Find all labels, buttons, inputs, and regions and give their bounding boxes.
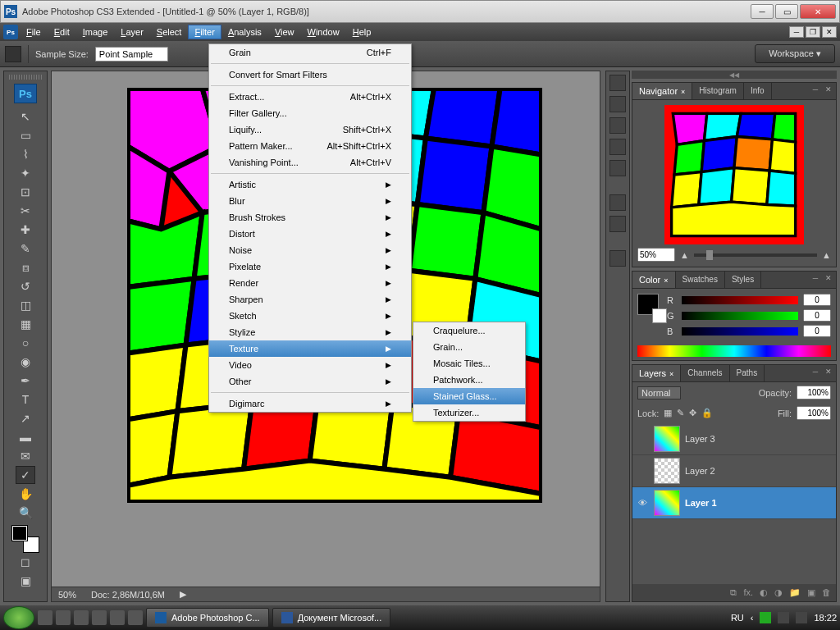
dock-icon[interactable] [609, 250, 626, 267]
new-layer-icon[interactable]: ▣ [807, 587, 815, 598]
texture-item-texturizer-[interactable]: Texturizer... [413, 404, 525, 421]
window-close-button[interactable]: ✕ [800, 4, 836, 19]
workspace-button[interactable]: Workspace ▾ [755, 44, 835, 63]
filter-item-artistic[interactable]: Artistic▶ [209, 176, 411, 193]
tab-color[interactable]: Color× [632, 272, 676, 288]
panel-minimize-icon[interactable]: ─ [810, 367, 821, 377]
filter-item-sharpen[interactable]: Sharpen▶ [209, 291, 411, 308]
language-indicator[interactable]: RU [731, 613, 744, 623]
menu-help[interactable]: Help [346, 25, 378, 39]
wand-tool[interactable]: ✦ [16, 164, 35, 182]
eyedropper-tool[interactable]: ✓ [16, 466, 35, 484]
canvas-area[interactable]: GrainCtrl+FConvert for Smart FiltersExtr… [51, 71, 600, 602]
zoom-level[interactable]: 50% [58, 590, 76, 600]
layer-row[interactable]: Layer 2 [632, 455, 836, 487]
filter-item-video[interactable]: Video▶ [209, 357, 411, 373]
quicklaunch-icon[interactable] [92, 610, 107, 625]
stamp-tool[interactable]: ⧈ [16, 258, 35, 276]
filter-item-pattern-maker-[interactable]: Pattern Maker...Alt+Shift+Ctrl+X [209, 138, 411, 154]
tab-navigator[interactable]: Navigator× [632, 83, 692, 99]
filter-item-grain[interactable]: GrainCtrl+F [209, 44, 411, 61]
menu-view[interactable]: View [268, 25, 301, 39]
fill-input[interactable] [797, 406, 831, 420]
navigator-thumbnail[interactable] [664, 105, 804, 244]
foreground-swatch[interactable] [12, 526, 27, 541]
dock-icon[interactable] [609, 139, 626, 155]
texture-item-grain-[interactable]: Grain... [413, 339, 525, 355]
panel-close-icon[interactable]: ✕ [823, 84, 834, 94]
filter-item-digimarc[interactable]: Digimarc▶ [209, 395, 411, 412]
marquee-tool[interactable]: ▭ [16, 126, 35, 144]
filter-item-distort[interactable]: Distort▶ [209, 226, 411, 242]
color-spectrum[interactable] [637, 345, 831, 357]
g-input[interactable] [803, 309, 831, 322]
sample-size-select[interactable]: Point Sample [95, 47, 168, 62]
start-button[interactable] [3, 606, 34, 629]
lasso-tool[interactable]: ⌇ [16, 145, 35, 163]
filter-item-stylize[interactable]: Stylize▶ [209, 324, 411, 340]
clock[interactable]: 18:22 [814, 613, 837, 623]
menu-window[interactable]: Window [301, 25, 346, 39]
lock-all-icon[interactable]: 🔒 [701, 408, 713, 418]
new-group-icon[interactable]: 📁 [789, 587, 801, 598]
tray-icon[interactable] [760, 612, 771, 623]
dock-icon[interactable] [609, 117, 626, 134]
healing-tool[interactable]: ✚ [16, 221, 35, 239]
tab-layers[interactable]: Layers× [632, 365, 681, 381]
texture-item-mosaic-tiles-[interactable]: Mosaic Tiles... [413, 355, 525, 372]
filter-item-pixelate[interactable]: Pixelate▶ [209, 258, 411, 275]
b-slider[interactable] [682, 327, 798, 336]
layer-visibility-icon[interactable] [636, 464, 649, 477]
quicklaunch-icon[interactable] [128, 610, 143, 625]
menu-image[interactable]: Image [76, 25, 115, 39]
doc-restore-button[interactable]: ❐ [806, 26, 820, 38]
zoom-tool[interactable]: 🔍 [16, 504, 35, 522]
layer-row[interactable]: Layer 3 [632, 423, 836, 455]
layer-fx-icon[interactable]: fx. [743, 587, 753, 598]
nav-zoom-input[interactable] [637, 248, 675, 262]
tab-paths[interactable]: Paths [730, 365, 765, 381]
menu-layer[interactable]: Layer [114, 25, 150, 39]
texture-item-stained-glass-[interactable]: Stained Glass... [413, 388, 525, 404]
tab-styles[interactable]: Styles [725, 272, 761, 288]
quicklaunch-icon[interactable] [74, 610, 89, 625]
gradient-tool[interactable]: ▦ [16, 315, 35, 333]
panel-minimize-icon[interactable]: ─ [810, 84, 821, 94]
dock-icon[interactable] [609, 160, 626, 176]
quicklaunch-icon[interactable] [110, 610, 125, 625]
adjustment-layer-icon[interactable]: ◑ [774, 587, 783, 598]
filter-item-texture[interactable]: Texture▶ [209, 340, 411, 357]
window-maximize-button[interactable]: ▭ [775, 4, 798, 19]
palette-collapse[interactable]: ◀◀ [632, 71, 837, 79]
tab-histogram[interactable]: Histogram [692, 83, 744, 99]
panel-close-icon[interactable]: ✕ [823, 367, 834, 377]
color-bg-swatch[interactable] [652, 308, 667, 323]
taskbar-app-word[interactable]: Документ Microsof... [272, 608, 391, 628]
zoom-in-icon[interactable]: ▲ [822, 250, 831, 260]
zoom-out-icon[interactable]: ▲ [680, 250, 689, 260]
b-input[interactable] [803, 325, 831, 337]
tray-chevron-icon[interactable]: ‹ [751, 613, 754, 623]
filter-item-other[interactable]: Other▶ [209, 373, 411, 390]
brush-tool[interactable]: ✎ [16, 240, 35, 258]
menu-file[interactable]: File [20, 25, 48, 39]
filter-item-convert-for-smart-filters[interactable]: Convert for Smart Filters [209, 66, 411, 83]
layer-visibility-icon[interactable]: 👁 [636, 496, 649, 509]
filter-item-liquify-[interactable]: Liquify...Shift+Ctrl+X [209, 121, 411, 138]
window-minimize-button[interactable]: ─ [751, 4, 774, 19]
tab-swatches[interactable]: Swatches [676, 272, 725, 288]
filter-item-vanishing-point-[interactable]: Vanishing Point...Alt+Ctrl+V [209, 154, 411, 171]
color-swatches[interactable] [12, 526, 39, 552]
dock-icon[interactable] [609, 216, 626, 232]
notes-tool[interactable]: ✉ [16, 447, 35, 465]
menu-select[interactable]: Select [150, 25, 189, 39]
doc-minimize-button[interactable]: ─ [789, 26, 804, 38]
g-slider[interactable] [682, 312, 798, 320]
lock-move-icon[interactable]: ✥ [689, 408, 696, 418]
texture-item-craquelure-[interactable]: Craquelure... [413, 322, 525, 339]
screenmode-tool[interactable]: ▣ [16, 572, 35, 590]
dock-icon[interactable] [609, 194, 626, 211]
eraser-tool[interactable]: ◫ [16, 296, 35, 314]
dodge-tool[interactable]: ◉ [16, 353, 35, 371]
opacity-input[interactable] [797, 386, 831, 399]
